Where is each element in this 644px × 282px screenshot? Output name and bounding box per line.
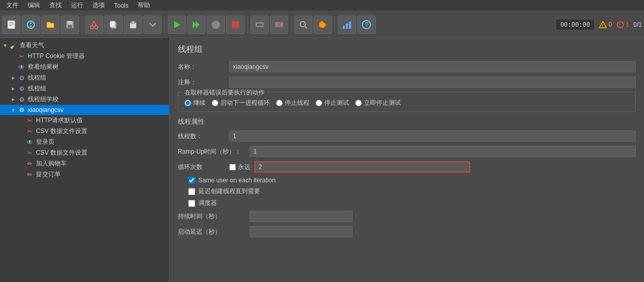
sidebar: ▼ 🧹 查看天气 ✂ HTTP Cookie 管理器 👁 察看结果树 ► ⚙ 线… [0,38,170,282]
forever-checkbox[interactable] [229,164,236,171]
sidebar-item-login[interactable]: 👁 登录页 [0,137,169,147]
sidebar-item-order[interactable]: ✏ 提交订单 [0,169,169,180]
stop-button[interactable] [207,15,225,34]
name-label: 名称： [178,63,229,71]
menu-tools[interactable]: Tools [110,1,133,10]
scheduler-label: 调度器 [198,199,217,208]
radio-next-loop-input[interactable] [212,100,218,106]
radio-continue-input[interactable] [185,100,191,106]
icon-thread2: ⚙ [17,85,26,93]
toggle-thread1[interactable]: ► [10,75,16,81]
radio-continue[interactable]: 继续 [185,99,206,107]
rampup-row: Ramp-Up时间（秒）： [178,146,636,157]
delay-create-label-wrapper[interactable]: 延迟创建线程直到需要 [188,187,636,196]
duration-label: 持续时间（秒） [178,212,250,221]
sidebar-item-csv1[interactable]: ✂ CSV 数据文件设置 [0,126,169,137]
toggle-weather[interactable]: ▼ [2,43,8,49]
new-button[interactable] [2,15,21,34]
radio-continue-label: 继续 [193,99,206,107]
startup-delay-input[interactable] [250,226,353,237]
paste-button[interactable] [124,15,142,34]
panel-title: 线程组 [178,44,636,55]
separator1 [82,16,82,33]
sidebar-item-cart[interactable]: ✏ 加入购物车 [0,158,169,169]
svg-point-19 [212,21,220,29]
name-input[interactable] [229,61,636,72]
menu-edit[interactable]: 编辑 [24,0,44,11]
comment-input[interactable] [229,77,636,88]
svg-point-8 [90,26,94,29]
progress-display: 0/1 [633,21,642,28]
shutdown-button[interactable] [226,15,245,34]
toggle-cart [19,161,25,167]
radio-next-loop[interactable]: 启动下一进程循环 [212,99,270,107]
svg-line-10 [92,21,94,26]
help-button[interactable]: ? [357,15,376,34]
copy-button[interactable] [104,15,123,34]
toggle-xiaoqiang[interactable]: ▼ [10,107,16,113]
radio-stop-thread[interactable]: 停止线程 [276,99,309,107]
sidebar-item-xiaoqiangcsv[interactable]: ▼ ⚙ xiaoqiangcsv [0,105,169,115]
report-button[interactable] [338,15,356,34]
menu-find[interactable]: 查找 [45,0,66,11]
same-user-label: Same user on each iteration [198,177,275,184]
cut-button[interactable] [85,15,103,34]
thread-count-input[interactable] [229,130,636,142]
search-button[interactable] [294,15,312,34]
expand-button[interactable] [143,15,162,34]
start-no-pause-button[interactable] [187,15,206,34]
menu-options[interactable]: 选项 [88,0,109,11]
same-user-label-wrapper[interactable]: Same user on each iteration [188,177,636,184]
templates-button[interactable] [22,15,40,34]
delay-create-checkbox[interactable] [188,188,195,195]
radio-stop-test[interactable]: 停止测试 [316,99,349,107]
loop-input[interactable] [254,161,470,173]
menu-file[interactable]: 文件 [2,0,23,11]
radio-stop-now[interactable]: 立即停止测试 [355,99,401,107]
svg-text:!: ! [619,22,620,28]
icon-login: 👁 [26,138,34,146]
sidebar-item-thread1[interactable]: ► ⚙ 线程组 [0,72,169,83]
sidebar-item-results-tree[interactable]: 👁 察看结果树 [0,62,169,72]
sidebar-item-cookie[interactable]: ✂ HTTP Cookie 管理器 [0,51,169,62]
open-button[interactable] [41,15,60,34]
radio-stop-now-input[interactable] [355,100,362,106]
sidebar-item-http-default[interactable]: ✂ HTTP请求默认值 [0,115,169,126]
radio-stop-test-input[interactable] [316,100,322,106]
thread-count-label: 线程数： [178,132,229,141]
svg-point-9 [95,26,98,29]
delay-create-row: 延迟创建线程直到需要 [188,187,636,196]
save-button[interactable] [61,15,79,34]
start-button[interactable] [168,15,186,34]
sidebar-item-thread3[interactable]: ► ⚙ 线程组学校 [0,94,169,105]
rampup-input[interactable] [250,146,636,157]
forever-checkbox-wrapper[interactable]: 永远 [229,163,250,172]
remote-stop-button[interactable] [270,15,288,34]
icon-http: ✂ [26,117,34,125]
remote-start-button[interactable] [250,15,269,34]
scheduler-label-wrapper[interactable]: 调度器 [188,199,636,208]
sidebar-item-thread2[interactable]: ► ⚙ 线程组 [0,83,169,94]
svg-line-27 [305,26,307,28]
radio-stop-thread-input[interactable] [276,100,283,106]
duration-input[interactable] [250,211,353,222]
svg-marker-28 [319,21,326,28]
clear-button[interactable] [314,15,332,34]
toggle-thread3[interactable]: ► [10,97,16,103]
icon-csv2: ✂ [26,149,34,157]
delay-create-label: 延迟创建线程直到需要 [198,187,260,196]
thread-props-title: 线程属性 [178,117,636,126]
radio-stop-thread-label: 停止线程 [285,99,309,107]
toggle-thread2[interactable]: ► [10,86,16,92]
label-cart: 加入购物车 [36,159,67,168]
sidebar-item-csv2[interactable]: ✂ CSV 数据文件设置 [0,147,169,158]
scheduler-checkbox[interactable] [188,200,195,207]
svg-rect-29 [343,26,345,29]
menu-run[interactable]: 运行 [67,0,87,11]
menu-help[interactable]: 帮助 [134,0,154,11]
sidebar-item-weather[interactable]: ▼ 🧹 查看天气 [0,40,169,51]
label-http: HTTP请求默认值 [36,116,83,125]
svg-marker-17 [193,21,196,28]
same-user-checkbox[interactable] [188,177,195,184]
toggle-http [19,118,25,124]
